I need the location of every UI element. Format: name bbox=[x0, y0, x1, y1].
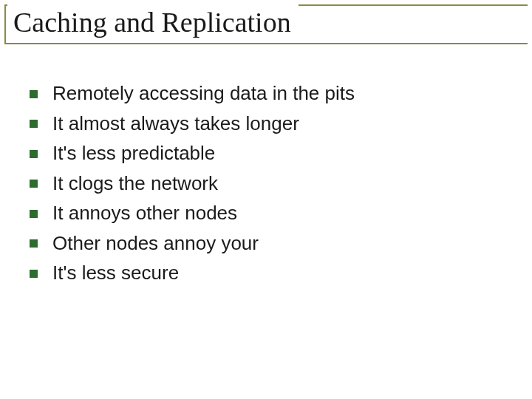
slide: Caching and Replication Remotely accessi… bbox=[0, 0, 532, 399]
list-item-text: Remotely accessing data in the pits bbox=[52, 81, 355, 106]
list-item: It's less predictable bbox=[30, 141, 502, 166]
title-rule-top bbox=[4, 4, 528, 6]
square-bullet-icon bbox=[30, 150, 38, 158]
square-bullet-icon bbox=[30, 270, 38, 278]
list-item: It almost always takes longer bbox=[30, 112, 502, 136]
list-item: It clogs the network bbox=[30, 171, 502, 196]
square-bullet-icon bbox=[30, 239, 38, 248]
list-item-text: It annoys other nodes bbox=[52, 201, 237, 225]
list-item-text: It clogs the network bbox=[52, 171, 218, 196]
list-item: It annoys other nodes bbox=[30, 201, 502, 225]
list-item: Other nodes annoy your bbox=[30, 231, 502, 256]
square-bullet-icon bbox=[30, 120, 38, 128]
list-item: It's less secure bbox=[30, 261, 502, 285]
title-block: Caching and Replication bbox=[4, 4, 528, 44]
square-bullet-icon bbox=[30, 90, 38, 98]
square-bullet-icon bbox=[30, 180, 38, 188]
square-bullet-icon bbox=[30, 210, 38, 218]
title-rule-bottom bbox=[4, 43, 528, 44]
list-item-text: Other nodes annoy your bbox=[52, 231, 259, 256]
bullet-list: Remotely accessing data in the pits It a… bbox=[30, 81, 502, 285]
title-rule-left bbox=[4, 4, 6, 44]
list-item-text: It's less secure bbox=[52, 261, 179, 285]
list-item-text: It almost always takes longer bbox=[52, 112, 299, 136]
slide-body: Remotely accessing data in the pits It a… bbox=[30, 81, 502, 291]
list-item: Remotely accessing data in the pits bbox=[30, 81, 502, 106]
slide-title: Caching and Replication bbox=[7, 3, 299, 43]
list-item-text: It's less predictable bbox=[52, 141, 215, 166]
